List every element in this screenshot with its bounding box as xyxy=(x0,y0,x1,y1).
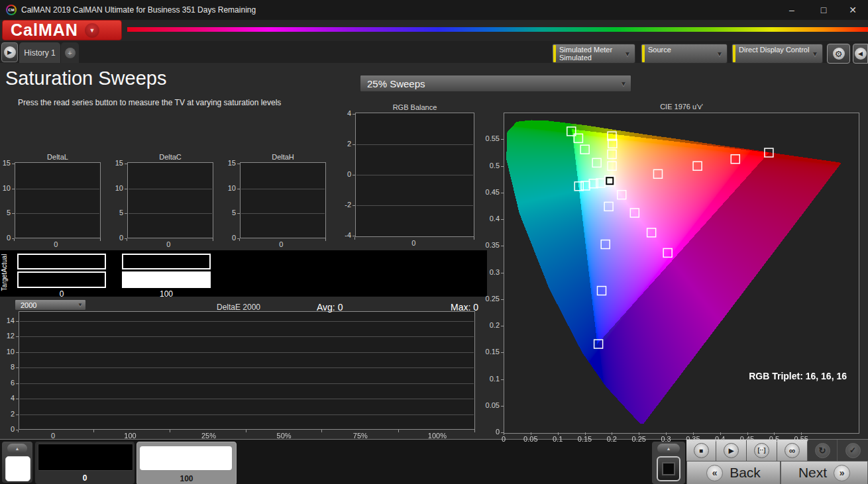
x-tick-mark xyxy=(93,430,94,432)
workflow-expander-button[interactable]: ▶ xyxy=(1,42,18,62)
black-square-icon xyxy=(662,462,675,475)
x-tick-label: 0 xyxy=(36,240,76,248)
y-tick-label: 4 xyxy=(0,394,15,402)
cie-y-tick-mark xyxy=(501,432,504,433)
rainbow-gradient-bar xyxy=(127,27,868,32)
pattern-expand-button[interactable]: ▲ xyxy=(7,444,27,454)
chart-deltaC xyxy=(127,162,213,238)
collapse-panel-button[interactable]: ◀ xyxy=(853,44,868,64)
x-tick-label: 100% xyxy=(417,432,457,440)
cie-x-tick-label: 0 xyxy=(490,435,517,443)
cie-y-tick-mark xyxy=(501,219,504,220)
brand-row: CalMAN ▼ xyxy=(0,20,868,41)
cie-y-tick-mark xyxy=(501,326,504,326)
accept-button[interactable]: ✓ xyxy=(838,440,868,461)
black-swatch[interactable] xyxy=(38,444,133,471)
gridline xyxy=(20,352,474,353)
y-tick-label: 0 xyxy=(101,234,123,242)
pattern-window-tile: ▲ xyxy=(2,442,32,483)
cie-x-tick-mark xyxy=(639,432,639,435)
pattern-preview-button[interactable] xyxy=(5,456,30,481)
y-tick-mark xyxy=(237,164,240,164)
chart-deltaH xyxy=(240,162,326,238)
y-tick-label: 5 xyxy=(0,209,11,217)
target-value-box-100[interactable] xyxy=(122,271,211,288)
page-subtitle: Press the read series button to measure … xyxy=(18,98,281,107)
cie-y-tick-label: 0.15 xyxy=(476,348,500,356)
white-level-swatch-tile[interactable]: 100 xyxy=(136,442,237,484)
display-control-dropdown[interactable]: Direct Display Control ▼ xyxy=(732,44,823,64)
deltaE-avg-readout: Avg: 0 xyxy=(317,302,343,313)
close-icon: ✕ xyxy=(849,5,857,15)
cie-y-tick-label: 0.05 xyxy=(476,401,500,409)
close-button[interactable]: ✕ xyxy=(838,0,868,20)
white-swatch[interactable] xyxy=(140,446,232,470)
meter-dropdown[interactable]: Simulated Meter Simulated ▼ xyxy=(552,44,635,64)
x-tick-label: 25% xyxy=(189,432,229,440)
cie-x-tick-mark xyxy=(504,432,504,435)
next-button[interactable]: Next » xyxy=(781,461,868,484)
pattern-options-button[interactable]: ▲ xyxy=(657,444,680,454)
actual-value-box-100[interactable] xyxy=(122,254,211,269)
cie-y-tick-mark xyxy=(501,299,504,300)
chevron-down-icon: ▼ xyxy=(716,50,723,58)
chevron-down-icon: ▼ xyxy=(78,302,83,308)
source-dropdown-label: Source xyxy=(648,46,671,54)
settings-button[interactable]: ⚙ xyxy=(827,44,850,64)
maximize-icon: □ xyxy=(821,5,826,15)
deltaE-formula-dropdown[interactable]: 2000 ▼ xyxy=(15,299,86,311)
minimize-button[interactable]: – xyxy=(777,0,807,20)
y-tick-mark xyxy=(353,175,355,175)
page-title: Saturation Sweeps xyxy=(5,68,166,89)
y-tick-label: -2 xyxy=(329,201,351,209)
display-dropdown-label: Direct Display Control xyxy=(739,46,809,54)
cie-x-tick-label: 0.35 xyxy=(680,435,706,443)
chevron-up-icon: ▲ xyxy=(667,446,671,451)
meter-dropdown-line2: Simulated xyxy=(559,54,592,62)
gridline xyxy=(20,336,474,337)
y-tick-mark xyxy=(353,205,355,206)
cie-y-tick-mark xyxy=(501,139,504,140)
rgb-triplet-readout: RGB Triplet: 16, 16, 16 xyxy=(749,371,847,381)
add-tab-button[interactable]: + xyxy=(61,42,79,63)
x-tick-mark xyxy=(239,238,240,241)
x-tick-label: 100 xyxy=(111,432,150,440)
back-button-label: Back xyxy=(730,465,761,481)
expander-arrow-icon: ▶ xyxy=(4,46,16,58)
cie-y-tick-mark xyxy=(501,379,504,380)
cie-y-tick-label: 0.4 xyxy=(476,215,500,222)
calman-menu-arrow-icon: ▼ xyxy=(85,23,99,38)
gridline xyxy=(20,383,474,384)
cie-gamut-canvas xyxy=(504,113,859,433)
x-tick-label: 0 xyxy=(33,432,73,440)
cie-y-tick-label: 0.3 xyxy=(476,268,500,276)
cie-y-tick-label: 0 xyxy=(476,428,500,436)
gridline xyxy=(20,399,474,399)
y-tick-label: 0 xyxy=(0,234,11,242)
y-tick-label: 5 xyxy=(101,209,123,217)
x-tick-mark xyxy=(354,237,355,240)
actual-value-box-0[interactable] xyxy=(17,254,106,269)
sweep-preset-dropdown[interactable]: 25% Sweeps ▼ xyxy=(360,75,631,92)
y-tick-label: 10 xyxy=(213,184,236,192)
cie-x-tick-label: 0.55 xyxy=(788,435,814,443)
chart-deltaE xyxy=(19,311,475,430)
back-button[interactable]: « Back xyxy=(686,461,781,484)
y-tick-label: 15 xyxy=(0,159,11,167)
cie-x-tick-mark xyxy=(666,432,667,435)
y-tick-mark xyxy=(12,213,15,214)
black-level-swatch-tile[interactable]: 0 xyxy=(35,442,135,484)
tab-history-1[interactable]: History 1 xyxy=(19,42,60,63)
maximize-button[interactable]: □ xyxy=(808,0,839,20)
meter-status-bar xyxy=(553,45,556,62)
cie-y-tick-label: 0.45 xyxy=(476,188,500,196)
cie-y-tick-label: 0.55 xyxy=(476,134,500,142)
target-value-box-0[interactable] xyxy=(17,271,106,288)
pattern-blank-button[interactable] xyxy=(657,456,680,481)
y-tick-label: 4 xyxy=(329,109,351,117)
source-status-bar xyxy=(642,45,645,62)
source-dropdown[interactable]: Source ▼ xyxy=(641,44,728,64)
deltaE-max-readout: Max: 0 xyxy=(451,302,478,313)
gridline xyxy=(16,189,99,189)
calman-menu-button[interactable]: CalMAN ▼ xyxy=(2,20,122,40)
